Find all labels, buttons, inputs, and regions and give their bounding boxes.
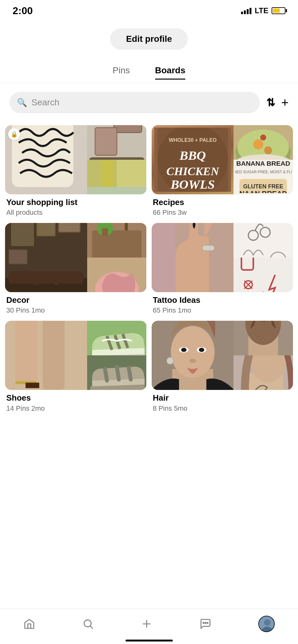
sort-icon[interactable]: ⇅ <box>266 96 275 109</box>
board-meta-shopping: All products <box>6 208 145 217</box>
svg-point-111 <box>207 622 208 623</box>
svg-rect-6 <box>95 128 117 155</box>
svg-rect-14 <box>87 160 117 187</box>
add-nav-icon <box>141 618 153 630</box>
nav-add[interactable] <box>134 615 159 632</box>
board-img-recipes-br: The BEST Gluten-Free BANANA BREAD REFINE… <box>233 160 293 194</box>
svg-text:GLUTEN FREE: GLUTEN FREE <box>243 183 283 190</box>
home-icon <box>23 618 35 630</box>
svg-rect-71 <box>152 223 176 292</box>
svg-rect-51 <box>10 284 34 292</box>
board-img-tattoo-main <box>152 223 234 292</box>
search-bar[interactable]: 🔍 Search <box>9 92 260 113</box>
profile-avatar <box>258 616 275 632</box>
board-images-shoes <box>5 321 147 390</box>
board-img-hair-br <box>233 355 293 390</box>
svg-rect-46 <box>37 223 56 236</box>
svg-text:BOWLS: BOWLS <box>170 177 215 192</box>
board-img-shopping-tr <box>87 125 147 160</box>
home-indicator <box>126 640 173 641</box>
board-info-tattoo: Tattoo Ideas 65 Pins 1mo <box>152 292 293 316</box>
board-img-decor-br <box>87 258 147 292</box>
svg-point-113 <box>264 619 270 626</box>
board-item-shoes[interactable]: Shoes 14 Pins 2mo <box>5 321 147 414</box>
nav-search[interactable] <box>76 615 100 632</box>
svg-point-105 <box>84 620 91 627</box>
boards-grid: 🔒 <box>0 122 298 420</box>
nav-profile[interactable] <box>252 613 281 635</box>
board-name-tattoo: Tattoo Ideas <box>153 295 292 305</box>
svg-point-95 <box>199 348 204 352</box>
svg-rect-47 <box>58 223 80 232</box>
board-img-shoes-main <box>5 321 87 390</box>
svg-point-29 <box>264 147 272 154</box>
board-meta-decor: 30 Pins 1mo <box>6 306 145 314</box>
board-images-hair <box>152 321 293 390</box>
svg-rect-83 <box>42 321 65 390</box>
board-img-shopping-main: 🔒 <box>5 125 87 194</box>
svg-point-28 <box>253 140 263 149</box>
svg-rect-15 <box>117 160 146 187</box>
svg-text:NAAN BREAD: NAAN BREAD <box>239 190 287 193</box>
board-info-shoes: Shoes 14 Pins 2mo <box>5 390 147 414</box>
svg-rect-45 <box>10 223 34 247</box>
status-time: 2:00 <box>13 5 33 17</box>
board-images-shopping: 🔒 <box>5 125 147 194</box>
svg-rect-70 <box>202 245 214 251</box>
svg-rect-8 <box>89 157 144 160</box>
svg-text:WHOLE30 + PALEO: WHOLE30 + PALEO <box>169 137 216 143</box>
board-img-tattoo-tr <box>233 223 293 258</box>
svg-rect-55 <box>92 230 141 258</box>
board-info-hair: Hair 8 Pins 5mo <box>152 390 293 414</box>
board-img-decor-tr <box>87 223 147 258</box>
board-name-decor: Decor <box>6 295 145 305</box>
svg-point-30 <box>260 135 266 141</box>
battery-icon <box>272 7 285 14</box>
board-images-decor <box>5 223 147 292</box>
board-img-hair-tr <box>233 321 293 355</box>
svg-line-106 <box>90 626 93 628</box>
board-img-shopping-br <box>87 160 147 194</box>
svg-rect-52 <box>37 284 55 292</box>
board-info-shopping: Your shopping list All products <box>5 194 147 218</box>
tab-pins[interactable]: Pins <box>113 65 130 80</box>
board-item-decor[interactable]: Decor 30 Pins 1mo <box>5 223 147 316</box>
board-img-hair-main <box>152 321 234 390</box>
board-img-decor-main <box>5 223 87 292</box>
board-info-recipes: Recipes 66 Pins 3w <box>152 194 293 218</box>
board-item-recipes[interactable]: WHOLE30 + PALEO BBQ CHICKEN BOWLS <box>152 125 293 218</box>
svg-rect-57 <box>125 223 127 230</box>
edit-profile-container: Edit profile <box>0 19 298 56</box>
lock-icon: 🔒 <box>8 128 20 140</box>
svg-text:CHICKEN: CHICKEN <box>166 165 219 178</box>
nav-home[interactable] <box>17 615 42 632</box>
tab-boards[interactable]: Boards <box>155 65 185 80</box>
svg-rect-5 <box>114 125 142 133</box>
board-info-decor: Decor 30 Pins 1mo <box>5 292 147 316</box>
svg-rect-77 <box>233 258 293 292</box>
tabs-container: Pins Boards <box>0 56 298 83</box>
board-img-recipes-tr <box>233 125 293 160</box>
board-item-shopping[interactable]: 🔒 <box>5 125 147 218</box>
signal-icon <box>241 7 251 14</box>
search-container: 🔍 Search ⇅ + <box>0 83 298 122</box>
board-name-recipes: Recipes <box>153 197 292 207</box>
svg-point-97 <box>189 359 196 363</box>
svg-point-110 <box>205 622 206 623</box>
board-name-shoes: Shoes <box>6 393 145 403</box>
svg-text:REFINED SUGAR-FREE, MOIST & FL: REFINED SUGAR-FREE, MOIST & FLUFFY <box>235 170 292 174</box>
board-item-tattoo[interactable]: Tattoo Ideas 65 Pins 1mo <box>152 223 293 316</box>
board-meta-shoes: 14 Pins 2mo <box>6 404 145 413</box>
board-images-recipes: WHOLE30 + PALEO BBQ CHICKEN BOWLS <box>152 125 293 194</box>
status-bar: 2:00 LTE <box>0 0 298 19</box>
svg-rect-60 <box>102 228 108 236</box>
nav-messages[interactable] <box>193 615 218 632</box>
edit-profile-button[interactable]: Edit profile <box>110 28 188 50</box>
bottom-nav <box>0 608 298 644</box>
messages-nav-icon <box>200 618 211 630</box>
board-item-hair[interactable]: Hair 8 Pins 5mo <box>152 321 293 414</box>
board-img-tattoo-br <box>233 258 293 292</box>
add-board-icon[interactable]: + <box>281 96 289 110</box>
search-icon: 🔍 <box>17 98 27 108</box>
svg-rect-82 <box>15 321 37 383</box>
